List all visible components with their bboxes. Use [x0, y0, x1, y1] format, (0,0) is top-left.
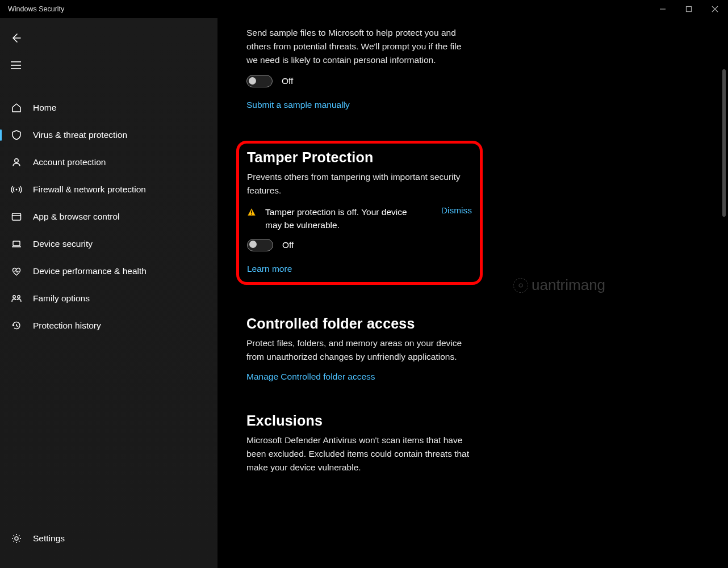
- exclusions-desc: Microsoft Defender Antivirus won't scan …: [246, 434, 479, 474]
- titlebar: Windows Security: [0, 0, 728, 18]
- section-cfa: Controlled folder access Protect files, …: [246, 315, 621, 382]
- sidebar-item-label: Settings: [33, 533, 65, 544]
- sidebar-item-firewall[interactable]: Firewall & network protection: [0, 176, 217, 203]
- auto-sample-desc: Send sample files to Microsoft to help p…: [246, 26, 474, 67]
- sidebar-item-settings[interactable]: Settings: [0, 525, 217, 552]
- sidebar-item-label: Home: [33, 103, 56, 113]
- gear-icon: [10, 532, 23, 545]
- sidebar-item-home[interactable]: Home: [0, 94, 217, 121]
- highlight-annotation: Tamper Protection Prevents others from t…: [236, 141, 483, 285]
- sidebar-item-virus-threat[interactable]: Virus & threat protection: [0, 121, 217, 149]
- submit-sample-link[interactable]: Submit a sample manually: [246, 100, 350, 110]
- section-exclusions: Exclusions Microsoft Defender Antivirus …: [246, 413, 621, 474]
- cfa-title: Controlled folder access: [246, 315, 621, 332]
- sidebar-item-app-browser[interactable]: App & browser control: [0, 203, 217, 230]
- antenna-icon: [10, 183, 23, 196]
- tamper-title: Tamper Protection: [247, 149, 472, 166]
- account-icon: [10, 156, 23, 169]
- tamper-warning-text: Tamper protection is off. Your device ma…: [265, 205, 407, 232]
- svg-rect-1: [687, 7, 692, 12]
- warning-icon: [247, 208, 257, 217]
- dismiss-link[interactable]: Dismiss: [441, 205, 472, 216]
- tamper-learn-more-link[interactable]: Learn more: [247, 264, 292, 274]
- sidebar-item-label: Protection history: [33, 321, 101, 331]
- section-tamper: Tamper Protection Prevents others from t…: [246, 141, 621, 285]
- sidebar-item-label: Firewall & network protection: [33, 184, 146, 195]
- cfa-manage-link[interactable]: Manage Controlled folder access: [246, 372, 375, 382]
- tamper-toggle[interactable]: [247, 239, 273, 251]
- back-button[interactable]: [10, 28, 30, 48]
- window-title: Windows Security: [8, 5, 64, 13]
- heart-pulse-icon: [10, 265, 23, 277]
- sidebar-item-label: Account protection: [33, 157, 106, 167]
- maximize-button[interactable]: [676, 0, 702, 18]
- sidebar-item-label: Family options: [33, 293, 90, 304]
- svg-rect-17: [251, 214, 252, 215]
- laptop-icon: [10, 238, 23, 250]
- svg-point-8: [16, 189, 18, 191]
- sidebar-item-label: App & browser control: [33, 212, 120, 222]
- svg-rect-16: [251, 211, 252, 213]
- exclusions-title: Exclusions: [246, 413, 621, 429]
- sidebar-item-label: Device security: [33, 239, 93, 249]
- minimize-button[interactable]: [650, 0, 676, 18]
- sidebar-item-account[interactable]: Account protection: [0, 149, 217, 176]
- cfa-desc: Protect files, folders, and memory areas…: [246, 336, 474, 364]
- sidebar: Home Virus & threat protection Account p…: [0, 18, 218, 568]
- home-icon: [10, 102, 23, 114]
- sidebar-item-performance[interactable]: Device performance & health: [0, 258, 217, 285]
- content-area: Send sample files to Microsoft to help p…: [218, 18, 728, 568]
- app-browser-icon: [10, 211, 23, 223]
- tamper-toggle-label: Off: [282, 240, 294, 250]
- svg-rect-9: [12, 213, 21, 220]
- family-icon: [10, 292, 23, 305]
- sidebar-item-label: Virus & threat protection: [33, 130, 127, 140]
- close-button[interactable]: [702, 0, 728, 18]
- sidebar-item-device-security[interactable]: Device security: [0, 230, 217, 258]
- svg-rect-11: [13, 241, 20, 246]
- sidebar-item-history[interactable]: Protection history: [0, 312, 217, 339]
- shield-icon: [10, 129, 23, 141]
- scrollbar[interactable]: [722, 18, 726, 568]
- sidebar-item-family[interactable]: Family options: [0, 285, 217, 312]
- svg-point-15: [15, 537, 18, 540]
- history-icon: [10, 319, 23, 332]
- svg-point-14: [18, 296, 20, 298]
- sidebar-item-label: Device performance & health: [33, 266, 147, 276]
- section-auto-sample: Send sample files to Microsoft to help p…: [246, 26, 621, 110]
- svg-point-7: [15, 159, 18, 162]
- tamper-desc: Prevents others from tampering with impo…: [247, 170, 463, 197]
- auto-sample-toggle-label: Off: [282, 76, 293, 86]
- auto-sample-toggle[interactable]: [246, 75, 273, 87]
- hamburger-button[interactable]: [10, 56, 30, 75]
- svg-point-13: [13, 296, 15, 298]
